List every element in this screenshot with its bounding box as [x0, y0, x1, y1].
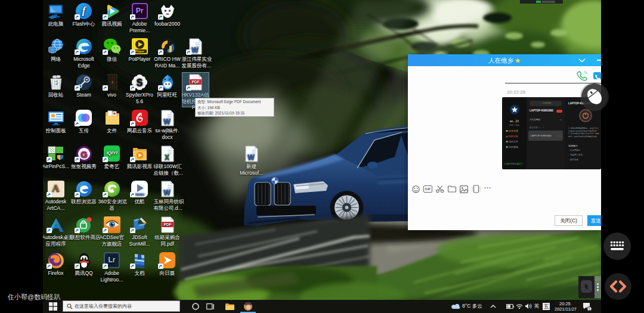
svg-text:PDF: PDF: [163, 222, 171, 227]
svg-text:W: W: [163, 117, 171, 126]
svg-text:1: 1: [589, 307, 591, 311]
svg-text:X: X: [164, 153, 169, 162]
svg-text:S: S: [137, 77, 143, 87]
svg-text:YOUKU: YOUKU: [135, 193, 144, 196]
svg-text:W: W: [163, 188, 171, 197]
svg-text:Player: Player: [135, 49, 144, 53]
svg-text:W: W: [247, 153, 255, 162]
svg-text:G: G: [80, 148, 88, 159]
svg-text:W: W: [191, 46, 199, 54]
svg-text:PDF: PDF: [191, 80, 199, 84]
